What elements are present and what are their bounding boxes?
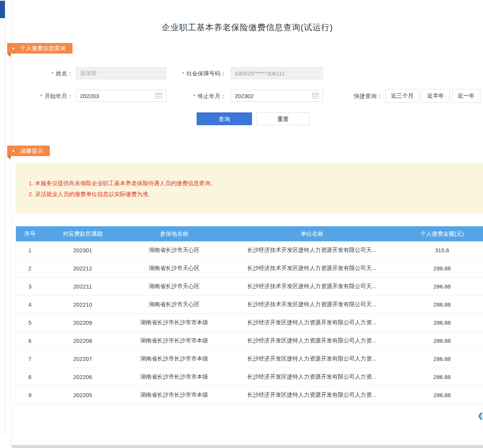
table-cell: 7 (16, 350, 44, 368)
table-cell: 长沙经济开发区捷特人力资源开发有限公司人力资... (227, 332, 397, 350)
required-asterisk: * (182, 71, 184, 77)
collapse-chevron-icon[interactable]: « (477, 406, 483, 424)
name-label: *姓名： (34, 67, 73, 80)
ssn-label: *社会保障号码： (165, 67, 226, 80)
name-field-value: 谢旭泰 (80, 70, 162, 77)
table-cell: 286.88 (397, 259, 483, 278)
notice-line: 2. 灵活就业人员的缴费单位信息以实际缴费为准。 (29, 189, 475, 199)
table-cell: 202208 (44, 332, 122, 350)
table-cell: 202212 (44, 259, 122, 278)
notice-line: 1. 本服务仅提供尚未领取企业职工基本养老保险待遇人员的缴费信息查询。 (29, 178, 475, 188)
table-cell: 202211 (44, 278, 122, 296)
table-cell: 湖南省长沙市天心区 (122, 296, 227, 314)
quick-btn-halfyear[interactable]: 近半年 (421, 89, 450, 103)
table-cell: 315.6 (397, 241, 483, 259)
table-row: 8202206湖南省长沙市长沙市市本级长沙经济开发区捷特人力资源开发有限公司人力… (16, 368, 483, 386)
table-cell: 6 (16, 332, 44, 350)
table-cell: 5 (16, 314, 44, 332)
table-cell: 202207 (44, 350, 122, 368)
quick-query-group: 近三个月 近半年 近一年 (385, 89, 480, 103)
table-cell: 286.88 (397, 332, 483, 350)
name-field: 谢旭泰 (76, 67, 166, 79)
table-cell: 286.88 (397, 386, 483, 404)
page-title: 企业职工基本养老保险缴费信息查询(试运行) (12, 22, 483, 33)
table-cell: 286.88 (397, 350, 483, 368)
table-cell: 湖南省长沙市天心区 (122, 259, 227, 278)
start-month-label: *开始年月： (34, 90, 73, 103)
table-header-cell: 参保地名称 (122, 226, 227, 241)
payment-table: 序号对应费款所属期参保地名称单位名称个人缴费金额(元) 1202301湖南省长沙… (15, 226, 483, 404)
end-month-value: 202302 (235, 93, 312, 99)
table-cell: 1 (16, 241, 44, 259)
table-cell: 湖南省长沙市长沙市市本级 (122, 350, 227, 368)
table-cell: 长沙经济开发区捷特人力资源开发有限公司人力资... (227, 368, 397, 386)
table-cell: 202210 (44, 296, 122, 314)
table-cell: 202206 (44, 368, 122, 386)
table-cell: 202205 (44, 386, 122, 404)
table-cell: 长沙经济技术开发区捷特人力资源开发有限公司天... (227, 296, 397, 314)
table-cell: 3 (16, 278, 44, 296)
table-cell: 湖南省长沙市长沙市市本级 (122, 332, 227, 350)
quick-btn-oneyear[interactable]: 近一年 (452, 89, 480, 103)
table-cell: 长沙经济技术开发区捷特人力资源开发有限公司天... (227, 259, 397, 278)
table-row: 4202210湖南省长沙市天心区长沙经济技术开发区捷特人力资源开发有限公司天..… (16, 296, 483, 314)
section-badge-query-label: 个人缴费信息查询 (20, 45, 66, 52)
bottom-scrollbar[interactable] (12, 445, 483, 448)
table-cell: 202301 (44, 241, 122, 259)
table-cell: 2 (16, 259, 44, 278)
sidebar-collapse-tab[interactable] (0, 1, 5, 18)
calendar-icon[interactable] (155, 93, 162, 99)
table-cell: 湖南省长沙市长沙市市本级 (122, 368, 227, 386)
badge-fold-corner (7, 156, 11, 160)
table-row: 3202211湖南省长沙市天心区长沙经济技术开发区捷特人力资源开发有限公司天..… (16, 278, 483, 296)
table-header-cell: 序号 (16, 226, 44, 241)
main-panel: 企业职工基本养老保险缴费信息查询(试运行) 个人缴费信息查询 *姓名： 谢旭泰 … (11, 0, 483, 448)
table-cell: 9 (16, 386, 44, 404)
section-badge-tips-label: 温馨提示 (20, 147, 43, 155)
table-row: 6202208湖南省长沙市长沙市市本级长沙经济开发区捷特人力资源开发有限公司人力… (16, 332, 483, 350)
table-cell: 长沙经济开发区捷特人力资源开发有限公司人力资... (227, 386, 397, 404)
table-cell: 湖南省长沙市长沙市市本级 (122, 314, 227, 332)
start-month-field[interactable]: 202203 (76, 90, 166, 102)
start-month-value: 202203 (80, 93, 155, 99)
table-cell: 湖南省长沙市长沙市市本级 (122, 386, 227, 404)
table-cell: 长沙经济技术开发区捷特人力资源开发有限公司天... (227, 241, 397, 259)
bullet-icon (12, 150, 14, 152)
table-cell: 4 (16, 296, 44, 314)
section-badge-tips: 温馨提示 (7, 146, 50, 156)
table-cell: 286.88 (397, 314, 483, 332)
table-cell: 286.88 (397, 368, 483, 386)
table-cell: 286.88 (397, 278, 483, 296)
table-cell: 286.88 (397, 296, 483, 314)
required-asterisk: * (40, 93, 42, 99)
quick-query-label: 快捷查询： (344, 90, 382, 103)
query-button[interactable]: 查询 (197, 112, 252, 125)
table-header-cell: 对应费款所属期 (44, 226, 122, 241)
table-row: 5202209湖南省长沙市长沙市市本级长沙经济开发区捷特人力资源开发有限公司人力… (16, 314, 483, 332)
table-cell: 8 (16, 368, 44, 386)
ssn-field-value: 430525******306111 (235, 70, 319, 77)
end-month-label: *终止年月： (165, 90, 226, 103)
table-cell: 湖南省长沙市天心区 (122, 241, 227, 259)
table-cell: 湖南省长沙市天心区 (122, 278, 227, 296)
table-row: 7202207湖南省长沙市长沙市市本级长沙经济开发区捷特人力资源开发有限公司人力… (16, 350, 483, 368)
calendar-icon[interactable] (312, 93, 319, 99)
table-header-cell: 个人缴费金额(元) (397, 226, 483, 241)
table-header-cell: 单位名称 (227, 226, 397, 241)
table-cell: 长沙经济开发区捷特人力资源开发有限公司人力资... (227, 314, 397, 332)
quick-btn-3months[interactable]: 近三个月 (385, 89, 419, 103)
ssn-field: 430525******306111 (231, 67, 323, 79)
table-cell: 202209 (44, 314, 122, 332)
table-row: 2202212湖南省长沙市天心区长沙经济技术开发区捷特人力资源开发有限公司天..… (16, 259, 483, 278)
table-cell: 长沙经济技术开发区捷特人力资源开发有限公司天... (227, 278, 397, 296)
bullet-icon (12, 48, 14, 49)
reset-button[interactable]: 重置 (256, 112, 310, 125)
end-month-field[interactable]: 202302 (231, 90, 323, 102)
required-asterisk: * (52, 71, 54, 77)
table-row: 9202205湖南省长沙市长沙市市本级长沙经济开发区捷特人力资源开发有限公司人力… (16, 386, 483, 404)
section-badge-query: 个人缴费信息查询 (7, 43, 72, 54)
table-row: 1202301湖南省长沙市天心区长沙经济技术开发区捷特人力资源开发有限公司天..… (16, 241, 483, 259)
table-cell: 长沙经济开发区捷特人力资源开发有限公司人力资... (227, 350, 397, 368)
left-sidebar-strip (0, 0, 5, 434)
table-body: 1202301湖南省长沙市天心区长沙经济技术开发区捷特人力资源开发有限公司天..… (16, 241, 483, 404)
